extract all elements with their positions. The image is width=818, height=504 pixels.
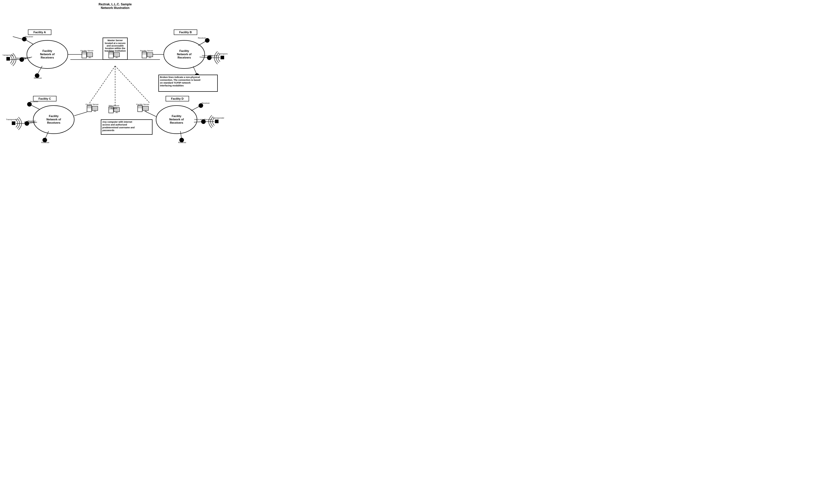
title-line1: Reztrak, L.L.C. Sample [3,3,228,6]
svg-line-3 [115,66,150,103]
svg-text:Facility: Facility [172,114,182,118]
svg-text:Receiver: Receiver [204,118,213,121]
svg-text:Facility: Facility [179,49,189,52]
svg-rect-93 [12,121,15,125]
svg-text:Receiver: Receiver [25,36,33,38]
svg-text:Facility C: Facility C [39,97,51,100]
svg-text:Transponder: Transponder [213,117,224,119]
svg-text:Receivers: Receivers [41,56,54,59]
svg-text:Facility Server: Facility Server [86,103,99,106]
svg-text:Receivers: Receivers [177,56,191,59]
svg-text:Hard-wiring: Hard-wiring [16,57,26,59]
svg-text:Hard-wiring: Hard-wiring [202,54,213,57]
svg-text:Transponder: Transponder [3,54,14,56]
svg-text:Transponder: Transponder [6,118,17,121]
svg-text:Network of: Network of [169,118,184,121]
svg-text:interfacing modalities: interfacing modalities [160,84,184,87]
svg-text:Facility A: Facility A [33,31,46,34]
svg-text:and accessable: and accessable [107,44,124,47]
svg-text:Facility: Facility [49,114,59,118]
svg-text:teaching institution: teaching institution [105,50,126,52]
svg-text:Facility Server: Facility Server [140,50,153,52]
svg-rect-14 [6,57,10,61]
svg-text:Facility B: Facility B [179,31,192,34]
title-line2: Network Illustration [3,6,228,10]
svg-line-2 [89,66,115,103]
svg-text:Receivers: Receivers [47,121,60,124]
svg-text:access and authorized: access and authorized [102,123,127,126]
diagram-area: Facility A Facility Network of Receivers… [3,12,228,145]
svg-text:on standard TCP/IP network: on standard TCP/IP network [160,82,191,84]
svg-text:Facility D: Facility D [171,97,184,100]
svg-rect-71 [148,53,152,56]
svg-rect-26 [82,52,86,58]
svg-text:predetermined username and: predetermined username and [102,126,134,129]
svg-text:Any computer with internet: Any computer with internet [102,121,132,123]
svg-text:Receiver: Receiver [30,100,38,103]
svg-text:Receivers: Receivers [170,121,183,124]
page: Reztrak, L.L.C. Sample Network Illustrat… [0,0,230,148]
svg-text:Hard-wiring: Hard-wiring [194,118,205,121]
svg-rect-100 [87,106,92,112]
svg-text:Master Server: Master Server [107,39,123,42]
svg-text:Transponder: Transponder [218,53,228,55]
svg-rect-121 [215,120,219,123]
svg-text:Receiver: Receiver [178,141,186,144]
svg-line-15 [13,37,22,39]
svg-text:Network of: Network of [40,53,55,56]
svg-text:Receiver: Receiver [198,37,206,39]
svg-text:Receiver: Receiver [201,102,210,104]
diagram-svg: Facility A Facility Network of Receivers… [3,12,228,145]
svg-text:Network of: Network of [47,118,61,121]
svg-text:Access: Access [110,107,117,109]
svg-text:Web Based: Web Based [108,105,119,107]
svg-text:Network of: Network of [177,53,191,56]
svg-text:passwords: passwords [102,129,114,132]
svg-rect-35 [109,52,113,58]
svg-rect-67 [142,52,146,58]
title-block: Reztrak, L.L.C. Sample Network Illustrat… [3,3,228,10]
svg-rect-128 [138,106,142,112]
svg-text:location within the: location within the [105,47,125,50]
svg-rect-60 [221,56,224,59]
svg-text:Broken lines indicate a non-ph: Broken lines indicate a non-physical [160,76,200,78]
svg-text:Receiver: Receiver [41,141,49,144]
svg-line-99 [74,112,87,116]
svg-text:Facility Server: Facility Server [81,50,94,52]
svg-text:Hard-wiring: Hard-wiring [24,121,35,123]
svg-text:connection. The connection is : connection. The connection is based [160,79,200,81]
svg-text:Receiver: Receiver [34,77,42,79]
svg-rect-132 [143,107,148,110]
svg-text:Facility: Facility [42,49,52,52]
svg-text:located at a secure: located at a secure [105,42,125,44]
svg-line-127 [145,111,156,117]
svg-rect-39 [114,53,119,56]
svg-rect-104 [93,107,97,110]
svg-text:Facility Server: Facility Server [136,103,149,106]
svg-rect-30 [87,53,92,56]
